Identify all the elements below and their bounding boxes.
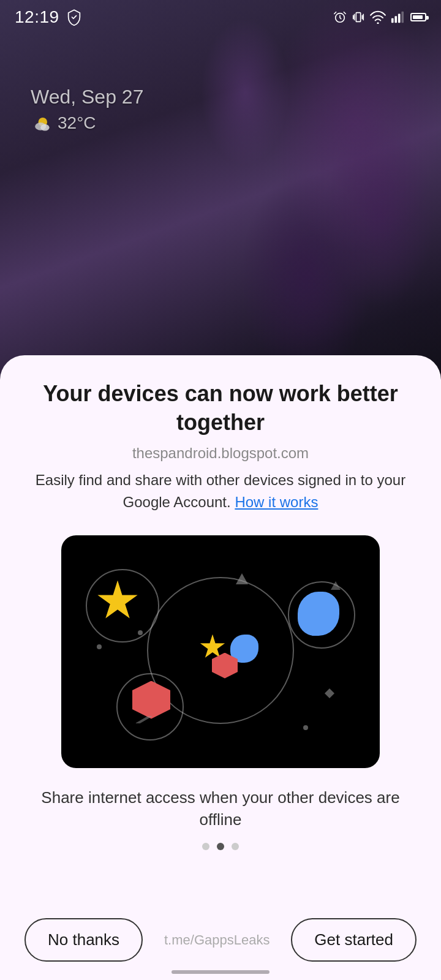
date-weather-widget: Wed, Sep 27 32°C xyxy=(31,86,143,134)
deco-arrow-2 xyxy=(331,581,341,590)
deco-diamond xyxy=(325,688,334,698)
deco-arrow-1 xyxy=(236,573,248,584)
battery-icon xyxy=(410,13,426,21)
deco-dot-3 xyxy=(303,725,308,730)
svg-rect-4 xyxy=(394,16,397,23)
svg-rect-1 xyxy=(356,13,360,22)
signal-icon xyxy=(391,10,404,24)
action-buttons: No thanks t.me/GappsLeaks Get started xyxy=(18,918,423,962)
wifi-icon xyxy=(370,10,386,24)
no-thanks-button[interactable]: No thanks xyxy=(24,918,143,962)
status-time: 12:19 xyxy=(15,7,59,27)
svg-rect-10 xyxy=(135,716,153,723)
status-bar: 12:19 xyxy=(0,0,441,34)
center-watermark: t.me/GappsLeaks xyxy=(164,932,270,948)
home-indicator xyxy=(172,970,270,974)
alarm-icon xyxy=(333,10,347,24)
how-it-works-link[interactable]: How it works xyxy=(235,494,318,510)
status-icons xyxy=(333,10,426,24)
deco-dot-2 xyxy=(138,630,143,635)
svg-rect-5 xyxy=(398,14,401,23)
sheet-title: Your devices can now work better togethe… xyxy=(18,380,423,437)
wallpaper-background xyxy=(0,0,441,417)
sheet-description: Easily find and share with other devices… xyxy=(18,469,423,513)
deco-dash-1 xyxy=(135,716,153,723)
blue-blob-large xyxy=(298,592,339,636)
pagination-dots xyxy=(202,843,239,850)
weather-row: 32°C xyxy=(31,112,143,134)
pagination-dot-2 xyxy=(217,843,224,850)
svg-point-2 xyxy=(377,22,379,24)
pagination-dot-1 xyxy=(202,843,209,850)
date-display: Wed, Sep 27 xyxy=(31,86,143,108)
pagination-dot-3 xyxy=(232,843,239,850)
vibrate-icon xyxy=(352,10,365,24)
get-started-button[interactable]: Get started xyxy=(291,918,417,962)
weather-icon xyxy=(31,112,53,134)
temperature-display: 32°C xyxy=(58,113,96,133)
deco-dot-1 xyxy=(97,644,102,649)
illustration-caption: Share internet access when your other de… xyxy=(18,786,423,831)
svg-rect-6 xyxy=(401,12,404,23)
svg-rect-3 xyxy=(391,18,394,23)
bottom-sheet: Your devices can now work better togethe… xyxy=(0,355,441,980)
sheet-blog-label: thespandroid.blogspot.com xyxy=(132,445,309,462)
svg-point-9 xyxy=(40,124,49,131)
illustration xyxy=(61,535,380,768)
shield-icon xyxy=(66,9,83,26)
